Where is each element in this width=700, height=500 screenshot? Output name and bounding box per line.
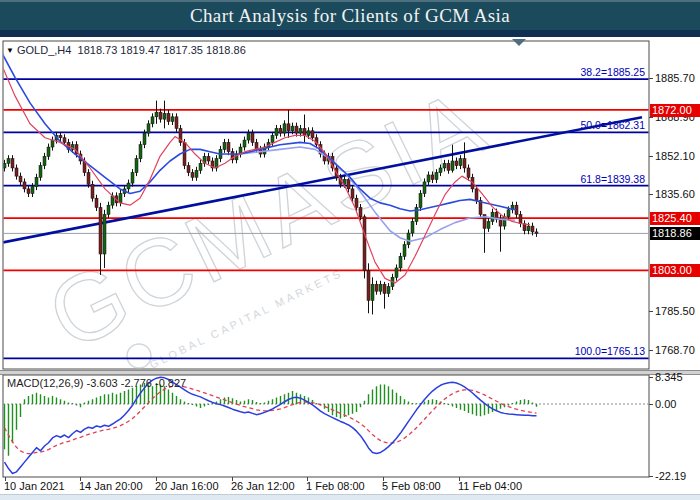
candle-body bbox=[475, 189, 478, 201]
candle-body bbox=[431, 175, 434, 180]
candle-body bbox=[371, 284, 374, 300]
candle-body bbox=[31, 187, 34, 194]
current-price-badge: 1818.86 bbox=[650, 227, 700, 240]
candle-body bbox=[359, 208, 362, 217]
macd-panel-frame bbox=[3, 375, 649, 477]
candle-body bbox=[139, 145, 142, 159]
candle-body bbox=[351, 189, 354, 198]
candle-body bbox=[207, 156, 210, 161]
candle-body bbox=[99, 208, 102, 255]
candle-body bbox=[59, 135, 62, 137]
candle-body bbox=[135, 159, 138, 173]
macd-tick-label: -22.19 bbox=[655, 470, 686, 482]
price-tick-mark bbox=[649, 117, 653, 118]
candle-body bbox=[363, 217, 366, 270]
chart-canvas[interactable]: GCMASIAGLOBAL CAPITAL MARKETS38.2=1885.2… bbox=[0, 0, 700, 500]
candle-body bbox=[91, 184, 94, 198]
candle-body bbox=[283, 124, 286, 133]
candle-body bbox=[295, 126, 298, 133]
price-badge-red: 1803.00 bbox=[650, 264, 700, 277]
candle-body bbox=[527, 226, 530, 231]
candle-body bbox=[455, 161, 458, 166]
time-tick-label: 1 Feb 08:00 bbox=[306, 480, 365, 492]
candle-body bbox=[103, 214, 106, 254]
candle-body bbox=[23, 182, 26, 189]
panel-separator[interactable] bbox=[0, 370, 700, 375]
candle-body bbox=[279, 128, 282, 133]
candle-body bbox=[11, 159, 14, 168]
candle-body bbox=[451, 161, 454, 170]
candle-body bbox=[43, 156, 46, 165]
candle-body bbox=[499, 219, 502, 226]
candle-body bbox=[439, 168, 442, 173]
candle-body bbox=[307, 131, 310, 136]
candle-body bbox=[411, 221, 414, 233]
fib-label: 100.0=1765.13 bbox=[575, 345, 646, 357]
candle-body bbox=[379, 284, 382, 291]
fib-label: 38.2=1885.25 bbox=[580, 66, 645, 78]
price-tick-mark bbox=[649, 156, 653, 157]
symbol-dropdown-icon[interactable]: ▼ bbox=[6, 46, 14, 55]
price-tick-label: 1885.70 bbox=[655, 72, 695, 84]
candle-body bbox=[187, 166, 190, 173]
candle-body bbox=[303, 128, 306, 135]
ohlc-open: 1818.73 bbox=[78, 44, 118, 56]
candle-body bbox=[423, 182, 426, 194]
macd-values: -3.603 -2.776 -0.827 bbox=[86, 377, 186, 389]
candle-body bbox=[27, 189, 30, 194]
bottom-strip bbox=[0, 494, 700, 500]
candle-body bbox=[35, 177, 38, 186]
candle-body bbox=[491, 212, 494, 221]
fib-label: 61.8=1839.38 bbox=[580, 173, 645, 185]
macd-name: MACD(12,26,9) bbox=[7, 377, 83, 389]
candle-body bbox=[275, 128, 278, 135]
candle-body bbox=[299, 128, 302, 133]
candle-body bbox=[191, 173, 194, 178]
candle-body bbox=[51, 140, 54, 147]
candle-body bbox=[403, 245, 406, 257]
macd-tick-label: 0.00 bbox=[655, 398, 676, 410]
candle-body bbox=[407, 233, 410, 245]
candle-body bbox=[47, 147, 50, 156]
candle-body bbox=[443, 163, 446, 168]
price-tick-label: 1852.10 bbox=[655, 150, 695, 162]
macd-tick-mark bbox=[649, 476, 653, 477]
price-badge-red: 1825.40 bbox=[650, 212, 700, 225]
candle-body bbox=[383, 284, 386, 293]
symbol-name: GOLD_,H4 bbox=[17, 44, 71, 56]
macd-tick-mark bbox=[649, 377, 653, 378]
candle-body bbox=[195, 170, 198, 177]
ohlc-low: 1817.35 bbox=[163, 44, 203, 56]
time-tick-label: 14 Jan 20:00 bbox=[79, 480, 143, 492]
candle-body bbox=[387, 287, 390, 294]
candle-body bbox=[147, 124, 150, 133]
candle-body bbox=[227, 142, 230, 151]
candle-body bbox=[7, 159, 10, 164]
candle-body bbox=[163, 113, 166, 119]
candle-body bbox=[159, 112, 162, 119]
candle-body bbox=[175, 117, 178, 129]
candle-body bbox=[447, 163, 450, 170]
time-tick-label: 5 Feb 08:00 bbox=[382, 480, 441, 492]
candle-body bbox=[355, 198, 358, 207]
candle-body bbox=[507, 210, 510, 217]
candle-body bbox=[367, 270, 370, 300]
candle-body bbox=[399, 256, 402, 268]
candle-body bbox=[171, 117, 174, 122]
candle-body bbox=[15, 168, 18, 176]
candle-body bbox=[395, 268, 398, 277]
candle-body bbox=[291, 126, 294, 131]
candle-body bbox=[459, 159, 462, 166]
time-tick-label: 20 Jan 16:00 bbox=[155, 480, 219, 492]
candle-body bbox=[519, 214, 522, 223]
candle-body bbox=[463, 159, 466, 168]
candle-body bbox=[467, 168, 470, 177]
candle-body bbox=[287, 124, 290, 131]
candle-body bbox=[119, 194, 122, 203]
candle-body bbox=[19, 176, 22, 182]
macd-tick-mark bbox=[649, 404, 653, 405]
candle-body bbox=[107, 205, 110, 214]
macd-indicator-label: MACD(12,26,9) -3.603 -2.776 -0.827 bbox=[7, 377, 186, 389]
chart-window: Chart Analysis for Clients of GCM Asia G… bbox=[0, 0, 700, 500]
candle-body bbox=[127, 183, 130, 189]
